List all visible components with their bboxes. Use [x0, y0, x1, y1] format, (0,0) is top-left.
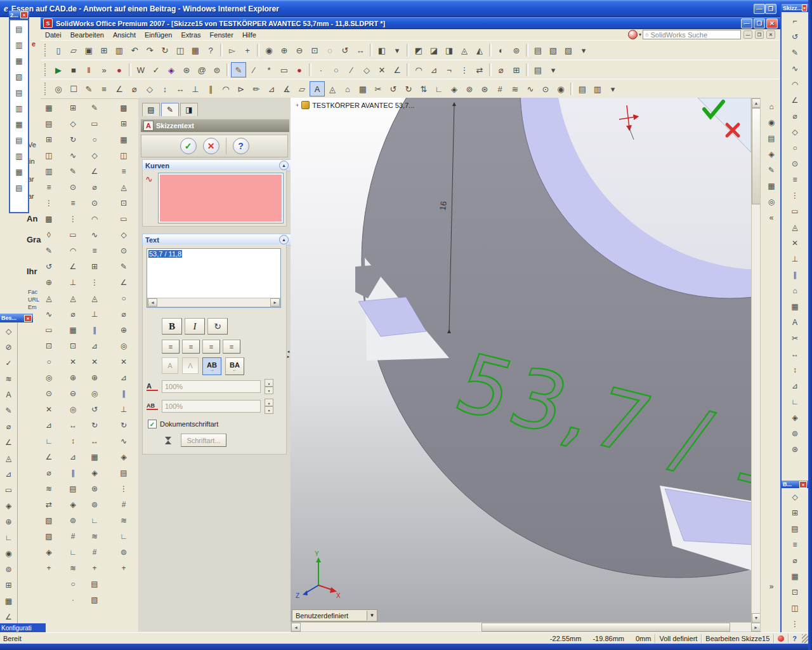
toolbar-icon[interactable]: ⌂ — [340, 81, 355, 96]
toolbar-icon[interactable]: ● — [112, 62, 127, 77]
toolbar-icon[interactable]: ✕ — [42, 402, 56, 416]
toolbar-icon[interactable]: ⊡ — [66, 339, 80, 353]
toolbar-icon[interactable]: ▤ — [530, 62, 546, 77]
close-icon[interactable]: ✕ — [799, 481, 807, 488]
toolbar-icon[interactable]: ✎ — [81, 81, 96, 96]
toolbar-grip[interactable] — [44, 83, 48, 95]
toolbar-icon[interactable]: ∿ — [42, 307, 56, 321]
toolbar-icon[interactable]: ↺ — [42, 260, 56, 274]
toolbar-icon[interactable]: ◩ — [411, 43, 426, 58]
toolbar-icon[interactable]: ○ — [117, 291, 131, 305]
toolbar-icon[interactable]: ◬ — [2, 451, 16, 465]
toolbar-icon[interactable]: ◉ — [2, 547, 16, 560]
toolbar-icon[interactable]: ◠ — [411, 62, 426, 77]
toolbar-icon[interactable]: ⊞ — [42, 133, 56, 147]
toolbar-icon[interactable]: ⊞ — [509, 62, 524, 77]
document-font-checkbox[interactable]: ✓ — [148, 420, 157, 428]
toolbar-icon[interactable]: ⊿ — [264, 81, 279, 96]
toolbar-icon[interactable]: ∥ — [203, 81, 218, 96]
toolbar-icon[interactable]: ▥ — [12, 102, 26, 116]
toolbar-icon[interactable]: ⊞ — [2, 578, 16, 592]
toolbar-icon[interactable]: ⊕ — [277, 43, 292, 58]
toolbar-icon[interactable]: ◬ — [325, 81, 340, 96]
toolbar-icon[interactable]: ⊡ — [307, 43, 322, 58]
collapse-chevron-icon[interactable]: ▲ — [279, 161, 289, 170]
toolbar-icon[interactable]: ∥ — [788, 268, 802, 282]
toolbar-icon[interactable]: ⋮ — [42, 196, 56, 210]
toolbar-icon[interactable]: ▥ — [590, 81, 605, 96]
collapse-chevron-icon[interactable]: ▲ — [279, 235, 289, 244]
search-input[interactable]: ○ SolidWorks Suche — [643, 30, 741, 39]
toolbar-icon[interactable]: ◉ — [261, 43, 277, 58]
align-center-button[interactable]: ≡ — [182, 340, 200, 354]
font-button[interactable]: Schriftart... — [181, 434, 226, 447]
toolbar-icon[interactable]: ✎ — [788, 46, 802, 60]
text-input-hscrollbar[interactable]: ◂ ▸ — [147, 298, 280, 307]
toolbar-icon[interactable]: ▭ — [42, 323, 56, 337]
toolbar-icon[interactable]: ⋮ — [88, 275, 102, 289]
toolbar-icon[interactable]: ▦ — [788, 569, 802, 583]
toolbar-icon[interactable]: ≡ — [42, 180, 56, 194]
toolbar-icon[interactable]: ◎ — [88, 387, 102, 401]
toolbar-grip[interactable] — [44, 44, 48, 56]
spacing-field[interactable]: 100% — [162, 400, 261, 413]
close-icon[interactable]: ✕ — [802, 4, 807, 11]
toolbar-icon[interactable]: ↻ — [66, 133, 80, 147]
toolbar-icon[interactable]: ≋ — [66, 561, 80, 575]
toolbar-icon[interactable]: ▦ — [88, 450, 102, 464]
toolbar-icon[interactable]: ⇄ — [42, 498, 56, 512]
toolbar-icon[interactable]: ✓ — [148, 62, 164, 77]
toolbar-icon[interactable]: ▤ — [575, 81, 590, 96]
toolbar-icon[interactable]: ▩ — [117, 101, 131, 115]
toolbar-icon[interactable]: ⊛ — [788, 442, 802, 456]
toolbar-icon[interactable]: ⋮ — [457, 62, 472, 77]
toolbar-icon[interactable]: ◇ — [788, 490, 802, 504]
viewport-hscrollbar[interactable]: ◂ ▸ — [291, 622, 761, 632]
toolbar-grip[interactable] — [44, 63, 48, 76]
toolbar-icon[interactable]: ⊞ — [788, 506, 802, 520]
menu-item[interactable]: Datei — [41, 30, 66, 39]
toolbar-icon[interactable]: ↻ — [401, 81, 416, 96]
toolbar-icon[interactable]: ▤ — [42, 117, 56, 131]
toolbar-icon[interactable]: ⊥ — [66, 275, 80, 289]
toolbar-icon[interactable]: ▦ — [788, 300, 802, 314]
vertical-text-flip-button[interactable]: V — [182, 357, 199, 374]
toolbar-icon[interactable]: ✎ — [231, 62, 246, 77]
toolbar-icon[interactable]: ● — [292, 62, 307, 77]
toolbar-icon[interactable]: ⌐ — [788, 14, 802, 28]
toolbar-icon[interactable]: ⊕ — [42, 275, 56, 289]
tab-configuration[interactable]: ◨ — [180, 103, 198, 116]
toolbar-icon[interactable]: ⊥ — [788, 252, 802, 266]
toolbar-icon[interactable]: ∥ — [117, 387, 131, 401]
sw-close-button[interactable]: ✕ — [766, 18, 778, 29]
toolbar-icon[interactable]: ▱ — [294, 81, 310, 96]
toolbar-icon[interactable]: ○ — [88, 133, 102, 147]
toolbar-icon[interactable]: * — [261, 62, 277, 77]
toolbar-icon[interactable]: ⊙ — [117, 244, 131, 258]
toolbar-icon[interactable]: ✕ — [117, 355, 131, 369]
italic-button[interactable]: I — [185, 318, 205, 335]
toolbar-icon[interactable]: ◈ — [764, 147, 778, 161]
toolbar-icon[interactable]: ↺ — [337, 43, 353, 58]
search-dropdown-icon[interactable]: ▾ — [639, 32, 641, 37]
toolbar-icon[interactable]: ⊡ — [117, 196, 131, 210]
toolbar-icon[interactable]: ∿ — [788, 62, 802, 76]
toolbar-icon[interactable]: ⌀ — [127, 81, 142, 96]
toolbar-icon[interactable]: ▭ — [788, 204, 802, 218]
toolbar-icon[interactable]: ∥ — [88, 323, 102, 337]
toolbar-icon[interactable]: ¬ — [442, 62, 457, 77]
toolbar-icon[interactable]: ⊿ — [88, 339, 102, 353]
toolbar-icon[interactable]: ⊛ — [179, 62, 194, 77]
toolbar-icon[interactable]: ↺ — [386, 81, 401, 96]
sw-minimize-button[interactable]: — — [741, 18, 752, 29]
text-direction-ltr-button[interactable]: AB → — [202, 357, 221, 375]
toolbar-icon[interactable]: ∟ — [66, 545, 80, 559]
toolbar-icon[interactable]: ∿ — [88, 228, 102, 242]
toolbar-icon[interactable]: ▦ — [764, 179, 778, 193]
toolbar-icon[interactable]: ∠ — [66, 260, 80, 274]
toolbar-icon[interactable]: ⊕ — [66, 371, 80, 385]
toolbar-icon[interactable]: ⊞ — [117, 117, 131, 131]
bes-toolbar-titlebar[interactable]: Bes... ✕ — [0, 314, 33, 322]
toolbar-icon[interactable]: ∟ — [42, 434, 56, 448]
toolbar-icon[interactable]: ▦ — [117, 133, 131, 147]
